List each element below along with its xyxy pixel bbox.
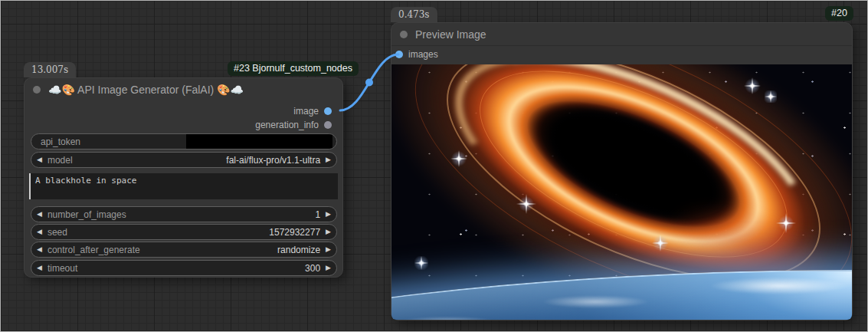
input-slot-strip	[391, 45, 852, 65]
widget-value: randomize	[140, 245, 320, 255]
arrow-left-icon[interactable]: ◀	[31, 265, 47, 271]
widget-label: control_after_generate	[47, 245, 140, 255]
output-slot-label: image	[293, 106, 319, 117]
node-api-image-generator[interactable]: ☁️🎨 API Image Generator (FalAI) 🎨☁️ imag…	[24, 77, 343, 278]
arrow-right-icon[interactable]: ▶	[320, 265, 336, 271]
execution-time-badge: 13.007s	[24, 62, 76, 77]
widget-timeout[interactable]: ◀ timeout 300 ▶	[31, 260, 337, 276]
arrow-right-icon[interactable]: ▶	[320, 246, 336, 253]
node-id-badge: #20	[825, 6, 853, 21]
widget-seed[interactable]: ◀ seed 1572932277 ▶	[31, 224, 337, 240]
output-slot-image[interactable]: image	[293, 104, 332, 118]
masked-value	[186, 134, 332, 149]
node-title-bar[interactable]: ☁️🎨 API Image Generator (FalAI) 🎨☁️	[25, 78, 342, 100]
arrow-left-icon[interactable]: ◀	[31, 228, 47, 235]
collapse-dot-icon[interactable]	[33, 86, 41, 94]
widget-label: number_of_images	[47, 209, 126, 220]
arrow-left-icon[interactable]: ◀	[31, 156, 47, 163]
prompt-textarea[interactable]: A blackhole in space	[29, 173, 338, 199]
star-flare-icon	[765, 90, 777, 103]
widget-model[interactable]: ◀ model fal-ai/flux-pro/v1.1-ultra ▶	[31, 152, 337, 168]
node-title-bar[interactable]: Preview Image	[391, 23, 852, 45]
node-title: Preview Image	[415, 28, 486, 41]
widget-value: 1	[126, 209, 320, 220]
widget-control-after-generate[interactable]: ◀ control_after_generate randomize ▶	[31, 242, 337, 258]
star-flare-icon	[652, 235, 669, 251]
widget-label: api_token	[31, 136, 80, 147]
node-title: ☁️🎨 API Image Generator (FalAI) 🎨☁️	[48, 84, 244, 96]
node-preview-image[interactable]: Preview Image images	[391, 22, 853, 320]
star-flare-icon	[776, 213, 796, 233]
star-flare-icon	[744, 77, 761, 94]
input-dot-images-icon[interactable]	[395, 51, 403, 58]
widget-value: fal-ai/flux-pro/v1.1-ultra	[73, 155, 320, 166]
arrow-right-icon[interactable]: ▶	[320, 228, 336, 235]
output-dot-generation-info-icon[interactable]	[324, 121, 332, 129]
arrow-left-icon[interactable]: ◀	[31, 211, 47, 218]
star-flare-icon	[516, 194, 536, 214]
node-graph-canvas[interactable]: 13.007s #23 Bjornulf_custom_nodes ☁️🎨 AP…	[0, 0, 868, 332]
execution-time-badge: 0.473s	[391, 7, 437, 22]
preview-image[interactable]	[391, 64, 852, 320]
input-slot-images[interactable]: images	[395, 48, 438, 61]
link-midpoint-dot	[365, 79, 373, 87]
arrow-right-icon[interactable]: ▶	[320, 156, 336, 163]
output-dot-image-icon[interactable]	[324, 107, 332, 115]
widget-api-token[interactable]: api_token	[31, 133, 337, 150]
input-slot-label: images	[408, 49, 438, 60]
node-id-badge: #23 Bjornulf_custom_nodes	[228, 61, 359, 76]
widget-label: timeout	[47, 263, 77, 274]
widget-label: seed	[47, 227, 67, 238]
star-flare-icon	[414, 256, 428, 270]
arrow-right-icon[interactable]: ▶	[320, 211, 336, 218]
widget-number-of-images[interactable]: ◀ number_of_images 1 ▶	[31, 206, 337, 222]
arrow-left-icon[interactable]: ◀	[31, 246, 47, 253]
output-slot-generation-info[interactable]: generation_info	[255, 118, 332, 132]
widget-label: model	[47, 155, 73, 166]
widget-value: 300	[77, 263, 320, 274]
star-flare-icon	[450, 150, 467, 167]
widget-value: 1572932277	[67, 227, 320, 238]
output-slot-label: generation_info	[255, 120, 319, 130]
collapse-dot-icon[interactable]	[400, 31, 408, 38]
